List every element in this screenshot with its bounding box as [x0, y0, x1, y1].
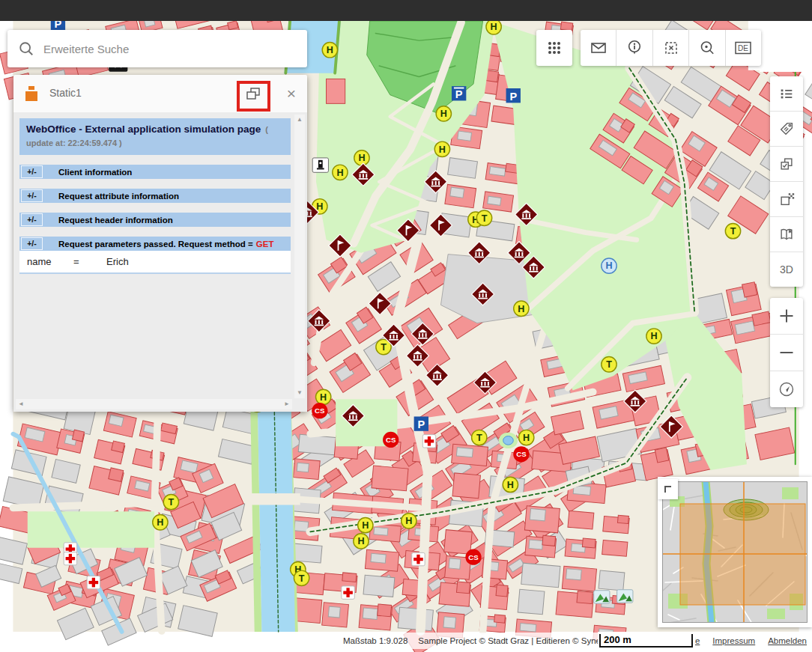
photo-marker[interactable] [617, 590, 633, 603]
bus-stop-marker[interactable]: H [402, 514, 416, 528]
embedded-page: WebOffice - External application simulat… [13, 112, 307, 412]
static1-panel-header: Static1 × [13, 75, 307, 112]
pharmacy-marker[interactable] [342, 586, 354, 599]
view-3d-button[interactable]: 3D [770, 252, 803, 287]
tram-stop-marker[interactable]: T [602, 357, 616, 372]
scroll-right-arrow[interactable]: ► [284, 401, 290, 407]
carsharing-marker[interactable]: CS [513, 446, 529, 462]
bus-stop-marker[interactable]: H [358, 517, 373, 532]
transparency-button[interactable] [770, 181, 803, 216]
svg-text:CS: CS [468, 553, 479, 561]
close-panel-button[interactable]: × [282, 84, 301, 103]
svg-text:H: H [439, 144, 446, 155]
svg-text:H: H [336, 168, 343, 178]
geolocate-button[interactable] [770, 371, 803, 407]
identify-button[interactable] [616, 30, 652, 66]
bus-stop-marker[interactable]: H [333, 165, 348, 180]
tram-stop-marker[interactable]: T [294, 570, 309, 585]
bus-stop-marker[interactable]: H [519, 430, 534, 445]
bus-stop-marker[interactable]: H [486, 21, 501, 34]
toggle-button[interactable]: +/- [21, 189, 43, 202]
bus-stop-marker[interactable]: H [316, 389, 331, 404]
tram-stop-marker[interactable]: T [472, 430, 487, 445]
svg-text:H: H [440, 109, 447, 119]
map-tools-panel: 3D [770, 76, 803, 287]
transparency-icon [778, 191, 795, 207]
toggle-button[interactable]: +/- [21, 165, 43, 178]
page-title: WebOffice - External application simulat… [19, 118, 291, 155]
tram-stop-marker[interactable]: T [163, 494, 178, 509]
clocktower-marker[interactable] [312, 158, 328, 172]
apps-menu-button[interactable] [536, 30, 572, 66]
select-layers-button[interactable] [770, 146, 803, 181]
map-book-icon [778, 226, 795, 243]
carsharing-marker[interactable]: CS [383, 432, 399, 448]
search-box[interactable] [7, 30, 307, 67]
search-input[interactable] [42, 42, 270, 56]
parking-marker[interactable]: P [452, 86, 466, 100]
bus-stop-marker[interactable]: H [322, 43, 337, 58]
bus-stop-marker[interactable]: H [354, 534, 369, 549]
bus-stop-marker[interactable]: H [436, 106, 451, 121]
bus-stop-marker[interactable]: H [514, 301, 529, 316]
clear-selection-button[interactable] [652, 30, 688, 66]
red-highlight-annotation [237, 81, 270, 112]
pharmacy-marker[interactable] [87, 576, 100, 588]
svg-text:CS: CS [386, 436, 396, 444]
pharmacy-marker[interactable] [64, 552, 76, 564]
bus-stop-marker[interactable]: H [354, 150, 369, 165]
parking-marker[interactable]: P [414, 416, 428, 430]
carsharing-marker[interactable]: CS [312, 403, 327, 418]
tram-stop-marker[interactable]: T [725, 224, 740, 239]
svg-text:H: H [491, 22, 497, 32]
svg-text:H: H [157, 517, 163, 528]
pharmacy-marker[interactable] [422, 435, 435, 448]
svg-text:H: H [362, 520, 369, 531]
legend-button[interactable] [770, 76, 803, 111]
svg-text:H: H [358, 153, 365, 163]
vertical-scrollbar[interactable]: ▲ ▼ [294, 115, 305, 398]
section-request-parameters: +/- Request parameters passed. Request m… [19, 237, 291, 251]
map-book-button[interactable] [770, 216, 803, 252]
bus-stop-marker[interactable]: H [646, 329, 661, 344]
svg-text:H: H [650, 331, 657, 341]
zoom-in-button[interactable] [770, 298, 803, 334]
scroll-down-arrow[interactable]: ▼ [297, 390, 303, 396]
svg-text:P: P [455, 88, 463, 100]
scroll-left-arrow[interactable]: ◄ [18, 401, 24, 407]
imprint-link[interactable]: Impressum [712, 636, 755, 645]
zoom-point-button[interactable] [688, 30, 724, 66]
send-mail-button[interactable] [581, 30, 616, 66]
bus-stop-marker[interactable]: H [503, 477, 518, 492]
carsharing-marker[interactable]: CS [465, 549, 481, 565]
param-value: Erich [106, 256, 129, 267]
parking-marker[interactable]: P [506, 88, 521, 103]
bus-stop-marker[interactable]: H [434, 141, 449, 156]
param-row: name = Erich [19, 251, 291, 274]
svg-text:CS: CS [516, 450, 527, 458]
toggle-button[interactable]: +/- [21, 237, 43, 250]
logout-link[interactable]: Abmelden [768, 636, 807, 645]
horizontal-scrollbar[interactable]: ◄ ► [16, 399, 292, 409]
photo-marker[interactable] [594, 591, 610, 603]
envelope-icon [590, 39, 608, 57]
status-bar: Maßstab 1:9.028 Sample Project © Stadt G… [339, 633, 812, 649]
parking-marker[interactable]: P [51, 21, 65, 31]
zoom-point-icon [698, 39, 716, 57]
pharmacy-marker[interactable] [412, 552, 425, 565]
hospital-marker[interactable]: H [602, 258, 616, 273]
overview-map-canvas[interactable] [662, 481, 808, 623]
static1-panel: Static1 × WebOffice - External applicati… [13, 75, 307, 412]
language-button[interactable]: DE [725, 30, 761, 66]
zoom-out-button[interactable] [770, 334, 803, 371]
map-toolbar: DE [581, 30, 761, 66]
toggle-button[interactable]: +/- [21, 213, 43, 226]
labels-button[interactable] [770, 111, 803, 146]
scroll-up-arrow[interactable]: ▲ [297, 117, 303, 123]
select-region-icon [662, 39, 680, 57]
overview-collapse-button[interactable] [658, 479, 678, 499]
svg-text:H: H [523, 433, 530, 443]
bus-stop-marker[interactable]: H [153, 515, 168, 530]
overview-map[interactable] [658, 477, 812, 627]
tram-stop-marker[interactable]: T [476, 210, 491, 225]
